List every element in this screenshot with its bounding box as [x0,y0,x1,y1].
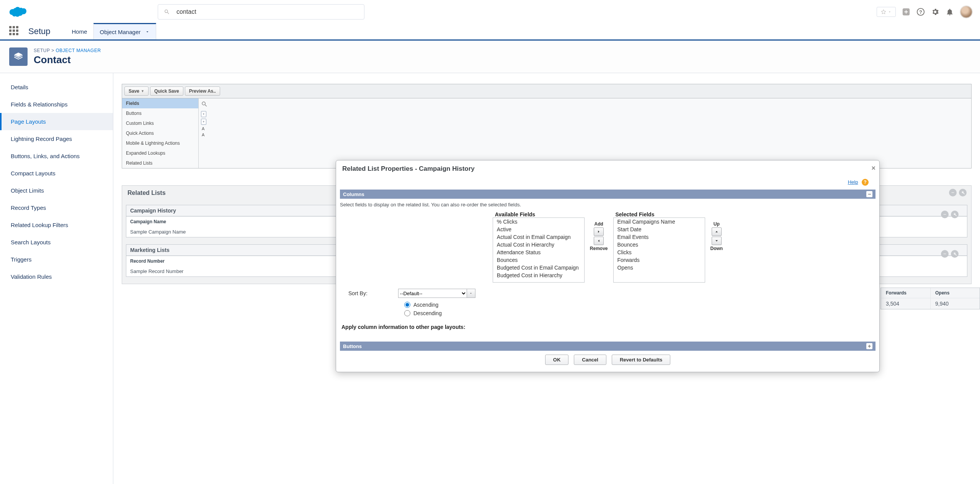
columns-section-header: Columns − [340,190,875,199]
sidebar-item[interactable]: Fields & Relationships [0,96,113,113]
close-icon[interactable]: × [871,164,875,172]
palette-category[interactable]: Buttons [122,108,198,118]
palette-items: A A [199,98,971,168]
sidebar-item[interactable]: Details [0,78,113,96]
sidebar-item[interactable]: Lightning Record Pages [0,130,113,147]
palette-add-blank[interactable] [201,119,206,125]
selected-field-option[interactable]: Email Campaigns Name [614,218,705,226]
tab-object-manager[interactable]: Object Manager [93,23,157,39]
col-cell: 9,940 [930,298,980,309]
available-field-option[interactable]: % Clicks [493,218,584,226]
main: DetailsFields & RelationshipsPage Layout… [0,73,980,484]
crumb-sep: > [50,48,56,53]
palette-category[interactable]: Mobile & Lightning Actions [122,138,198,148]
sort-by-label: Sort By: [348,290,368,296]
bell-icon[interactable] [946,8,954,16]
avatar[interactable] [960,6,972,18]
available-fields-list[interactable]: % ClicksActiveActual Cost in Email Campa… [493,217,585,283]
palette-category[interactable]: Expanded Lookups [122,148,198,158]
add-button[interactable] [594,227,604,236]
selected-field-option[interactable]: Email Events [614,233,705,241]
sidebar-item[interactable]: Record Types [0,199,113,216]
sidebar-item[interactable]: Page Layouts [0,113,113,130]
available-field-option[interactable]: Active [493,226,584,233]
selected-fields-list[interactable]: Email Campaigns NameStart DateEmail Even… [613,217,705,283]
selected-field-option[interactable]: Start Date [614,226,705,233]
descending-radio[interactable] [404,310,410,316]
help-icon[interactable]: ? [862,179,869,186]
wrench-icon[interactable] [951,211,959,218]
help-link[interactable]: Help [848,179,858,185]
available-field-option[interactable]: Budgeted Cost in Email Campaign [493,264,584,271]
app-launcher-icon[interactable] [9,26,20,37]
selected-field-option[interactable]: Clicks [614,249,705,256]
palette-add-section[interactable] [201,111,206,117]
selected-fields-label: Selected Fields [613,211,705,217]
palette-category[interactable]: Related Lists [122,158,198,168]
selected-field-option[interactable]: Opens [614,264,705,271]
favorites-button[interactable] [877,7,896,17]
add-label: Add [594,221,603,227]
chevron-down-icon [888,10,892,14]
descending-label: Descending [413,310,442,316]
tab-object-manager-label: Object Manager [100,29,141,35]
sidebar-item[interactable]: Search Layouts [0,234,113,251]
sidebar-item[interactable]: Related Lookup Filters [0,216,113,234]
ascending-radio[interactable] [404,302,410,308]
search-input[interactable] [158,4,364,20]
wrench-icon[interactable] [951,250,959,258]
palette-categories: FieldsButtonsCustom LinksQuick ActionsMo… [122,98,199,168]
palette: FieldsButtonsCustom LinksQuick ActionsMo… [122,98,972,168]
available-field-option[interactable]: Attendance Status [493,249,584,256]
palette-category[interactable]: Fields [122,98,198,108]
col-header: Forwards [881,288,930,298]
crumb-object-manager[interactable]: OBJECT MANAGER [56,48,101,53]
page-header: SETUP > OBJECT MANAGER Contact [0,41,980,73]
palette-category[interactable]: Custom Links [122,118,198,128]
selected-field-option[interactable]: Forwards [614,256,705,264]
expand-icon[interactable]: + [866,343,872,349]
cancel-button[interactable]: Cancel [574,355,606,365]
layout-canvas: Save▼ Quick Save Preview As.. FieldsButt… [113,73,980,484]
sidebar-item[interactable]: Object Limits [0,182,113,199]
svg-text:?: ? [919,9,922,15]
preview-as-button[interactable]: Preview As.. [185,87,220,96]
help-icon[interactable]: ? [916,8,925,16]
available-field-option[interactable]: Actual Cost in Hierarchy [493,241,584,249]
gear-icon[interactable] [931,8,939,16]
sidebar-item[interactable]: Buttons, Links, and Actions [0,147,113,165]
sidebar-item[interactable]: Validation Rules [0,268,113,285]
ok-button[interactable]: OK [545,355,569,365]
setup-label: Setup [28,26,51,36]
sidebar-item[interactable]: Triggers [0,251,113,268]
add-icon[interactable] [902,8,910,16]
palette-category[interactable]: Quick Actions [122,128,198,138]
wrench-icon[interactable] [959,189,967,196]
available-field-option[interactable]: Bounces [493,256,584,264]
setup-nav: Setup Home Object Manager [0,23,980,41]
save-button[interactable]: Save▼ [124,87,149,96]
up-button[interactable] [712,227,722,236]
available-fields-label: Available Fields [493,211,585,217]
available-field-option[interactable]: Actual Cost in Email Campaign [493,233,584,241]
search-icon[interactable] [201,101,208,108]
tab-home[interactable]: Home [66,23,93,39]
salesforce-logo [8,5,28,19]
minus-icon[interactable] [941,250,949,258]
crumb-setup: SETUP [34,48,50,53]
minus-icon[interactable] [941,211,949,218]
selected-field-option[interactable]: Bounces [614,241,705,249]
minus-icon[interactable] [949,189,957,196]
sidebar-item[interactable]: Compact Layouts [0,165,113,182]
modal-title: Related List Properties - Campaign Histo… [336,160,879,177]
remove-button[interactable] [594,237,604,245]
select-dropdown-icon[interactable] [467,289,475,298]
down-button[interactable] [712,237,722,245]
sort-by-select[interactable]: --Default-- [398,289,467,298]
global-header: ? [0,0,980,23]
global-search [158,4,364,20]
revert-button[interactable]: Revert to Defaults [612,355,670,365]
collapse-icon[interactable]: − [866,191,872,197]
quick-save-button[interactable]: Quick Save [150,87,183,96]
available-field-option[interactable]: Budgeted Cost in Hierarchy [493,271,584,279]
